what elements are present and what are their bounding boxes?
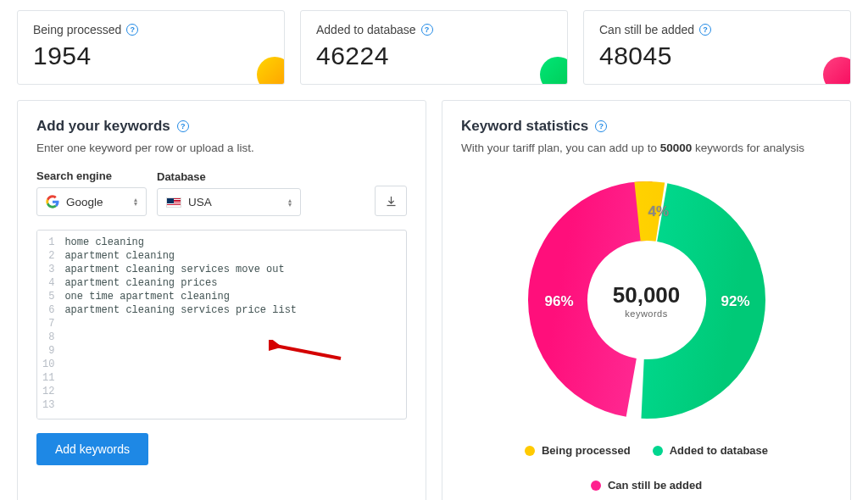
add-keywords-panel: Add your keywords ? Enter one keyword pe… [17,100,426,500]
panel-subtitle: Enter one keyword per row or upload a li… [36,142,407,154]
donut-center: 50,000 keywords [613,282,681,319]
add-keywords-button[interactable]: Add keywords [36,433,148,465]
download-icon [385,195,398,208]
subtitle-suffix: keywords for analysis [692,142,804,154]
legend-dot [591,481,601,491]
stat-value: 1954 [33,42,269,70]
stat-label: Can still be added ? [599,23,835,36]
help-icon[interactable]: ? [595,120,607,132]
stat-card-added: Added to database ? 46224 [300,10,568,85]
database-select[interactable]: USA ▴▾ [157,188,301,216]
chevron-updown-icon: ▴▾ [288,198,292,207]
stat-label: Being processed ? [33,23,269,36]
legend-label: Added to database [670,444,768,457]
panel-title: Add your keywords ? [36,118,407,135]
add-keywords-button-label: Add keywords [55,442,130,456]
google-icon [46,195,59,208]
panel-subtitle: With your tariff plan, you can add up to… [461,142,832,154]
search-engine-label: Search engine [36,169,147,182]
stat-card-processed: Being processed ? 1954 [17,10,285,85]
panel-title: Keyword statistics ? [461,118,832,135]
stat-label: Added to database ? [316,23,552,36]
help-icon[interactable]: ? [126,24,138,36]
pct-label-processed: 4% [648,203,670,220]
donut-legend: Being processed Added to database Can st… [461,444,832,492]
search-engine-select[interactable]: Google ▴▾ [36,187,147,216]
search-engine-value: Google [66,196,103,208]
panel-title-text: Add your keywords [36,118,170,135]
legend-label: Being processed [542,444,631,457]
legend-item-added: Added to database [653,444,768,457]
pct-label-added: 92% [721,293,750,310]
legend-label: Can still be added [608,479,702,492]
donut-center-value: 50,000 [613,282,681,308]
stat-label-text: Can still be added [599,23,694,36]
stat-label-text: Being processed [33,23,121,36]
line-gutter: 12345678910111213 [37,231,61,419]
stat-value: 46224 [316,42,552,70]
database-label: Database [157,170,301,183]
legend-dot [525,446,535,456]
help-icon[interactable]: ? [699,24,711,36]
legend-item-processed: Being processed [525,444,631,457]
legend-dot [653,446,663,456]
subtitle-bold: 50000 [660,142,693,154]
stat-value: 48045 [599,42,835,70]
help-icon[interactable]: ? [177,120,189,132]
stat-card-remaining: Can still be added ? 48045 [583,10,851,85]
help-icon[interactable]: ? [421,24,433,36]
panel-title-text: Keyword statistics [461,118,588,135]
chevron-updown-icon: ▴▾ [134,197,137,206]
flag-usa-icon [166,197,181,208]
download-button[interactable] [375,186,407,216]
subtitle-prefix: With your tariff plan, you can add up to [461,142,660,154]
keyword-statistics-panel: Keyword statistics ? With your tariff pl… [442,100,851,500]
legend-item-remaining: Can still be added [591,479,702,492]
database-value: USA [188,196,212,208]
donut-chart: 50,000 keywords 4% 92% 96% [520,173,774,427]
keyword-lines: home cleaningapartment cleaningapartment… [61,231,406,419]
stat-label-text: Added to database [316,23,416,36]
pct-label-remaining: 96% [545,293,574,310]
donut-center-label: keywords [613,308,681,319]
keywords-textarea[interactable]: 12345678910111213 home cleaningapartment… [36,230,407,419]
